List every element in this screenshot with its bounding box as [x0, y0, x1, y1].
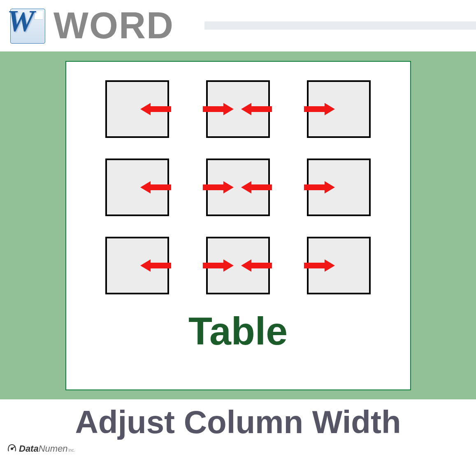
- header-decoration-bar: [204, 21, 476, 30]
- svg-marker-9: [203, 259, 234, 272]
- arrow-right-icon: [304, 181, 335, 194]
- brand-logo: DataNumeninc.: [0, 443, 476, 455]
- bottom-caption: Adjust Column Width: [0, 399, 476, 441]
- arrow-left-icon: [241, 181, 272, 194]
- arrow-right-icon: [304, 259, 335, 272]
- brand-icon: [6, 443, 18, 455]
- arrow-left-icon: [140, 181, 171, 194]
- table-row: [87, 237, 389, 294]
- svg-marker-1: [203, 103, 234, 115]
- table-grid: [87, 80, 389, 294]
- header: W WORD: [0, 0, 476, 51]
- arrow-left-icon: [140, 259, 171, 272]
- arrow-right-icon: [304, 103, 335, 115]
- svg-marker-5: [203, 181, 234, 194]
- svg-marker-0: [140, 103, 171, 115]
- svg-line-13: [12, 446, 15, 449]
- svg-marker-4: [140, 181, 171, 194]
- arrow-left-icon: [241, 259, 272, 272]
- table-row: [87, 80, 389, 138]
- table-diagram-panel: Table: [65, 61, 411, 390]
- svg-marker-10: [241, 259, 272, 272]
- arrow-right-icon: [203, 103, 234, 115]
- svg-marker-2: [241, 103, 272, 115]
- table-label: Table: [188, 309, 288, 354]
- table-row: [87, 159, 389, 216]
- word-app-icon: W: [6, 5, 47, 47]
- svg-marker-8: [140, 259, 171, 272]
- svg-marker-3: [304, 103, 335, 115]
- content-area: Table: [0, 51, 476, 399]
- arrow-left-icon: [241, 103, 272, 115]
- app-title: WORD: [53, 5, 174, 47]
- arrow-right-icon: [203, 181, 234, 194]
- svg-marker-7: [304, 181, 335, 194]
- brand-name: DataNumeninc.: [19, 443, 75, 454]
- svg-marker-6: [241, 181, 272, 194]
- arrow-left-icon: [140, 103, 171, 115]
- arrow-right-icon: [203, 259, 234, 272]
- svg-marker-11: [304, 259, 335, 272]
